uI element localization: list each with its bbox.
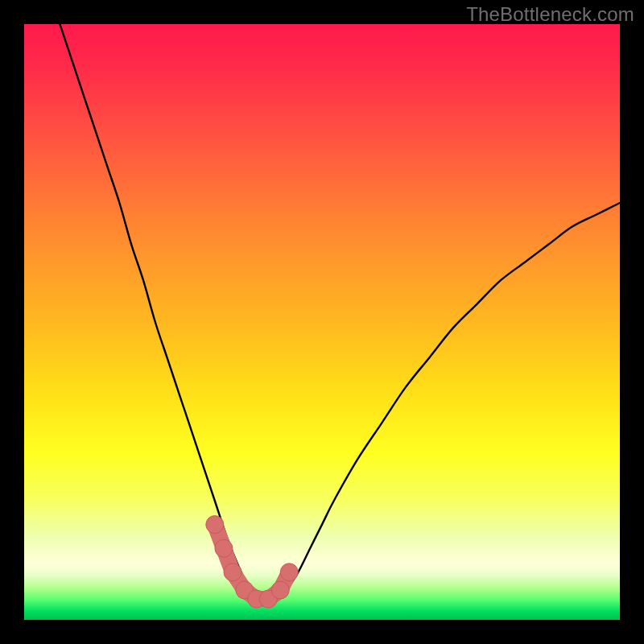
plot-area — [24, 24, 620, 620]
watermark-text: TheBottleneck.com — [466, 3, 634, 26]
marker-dot — [206, 516, 224, 534]
marker-dot — [215, 539, 233, 557]
gradient-background — [24, 24, 620, 620]
chart-svg — [24, 24, 620, 620]
marker-dot — [271, 581, 289, 599]
marker-dot — [280, 564, 298, 581]
chart-frame: TheBottleneck.com — [0, 0, 644, 644]
marker-dot — [224, 564, 242, 581]
